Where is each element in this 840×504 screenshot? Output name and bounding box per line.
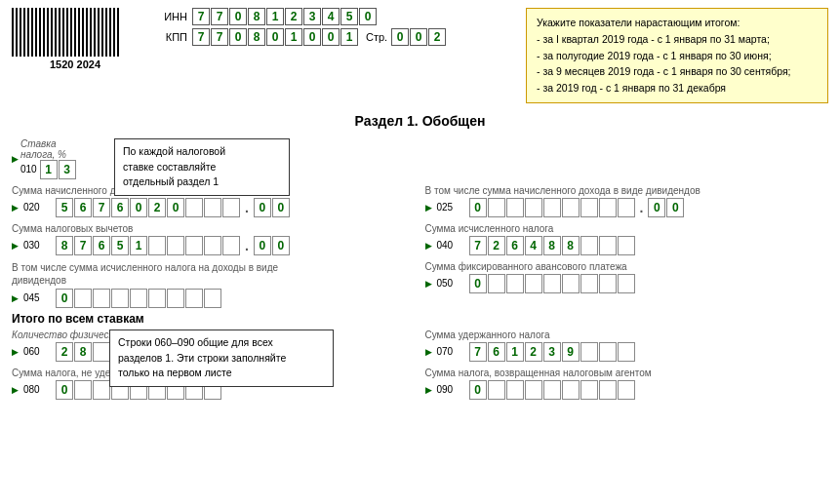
c020-6[interactable]: 2 — [148, 198, 166, 217]
c045-8[interactable] — [185, 289, 203, 308]
c090-9[interactable] — [618, 380, 635, 400]
c045-2[interactable] — [74, 289, 92, 308]
c030-3[interactable]: 6 — [93, 236, 110, 255]
c050-7[interactable] — [580, 274, 598, 293]
c020-2[interactable]: 6 — [74, 198, 92, 217]
inn-d7[interactable]: 3 — [303, 8, 321, 25]
str-d3[interactable]: 2 — [428, 28, 446, 46]
c030-2[interactable]: 7 — [74, 236, 92, 255]
c090-3[interactable] — [506, 380, 524, 400]
c050-4[interactable] — [525, 274, 542, 293]
c040-6[interactable]: 8 — [562, 236, 580, 255]
dc030-2[interactable]: 0 — [272, 236, 290, 255]
inn-d9[interactable]: 5 — [340, 8, 358, 25]
c050-9[interactable] — [618, 274, 635, 293]
c040-2[interactable]: 2 — [488, 236, 505, 255]
cell-010-1[interactable]: 1 — [40, 160, 58, 179]
c090-7[interactable] — [580, 380, 598, 400]
c080-3[interactable] — [93, 380, 110, 400]
c070-9[interactable] — [618, 342, 635, 362]
inn-d3[interactable]: 0 — [229, 8, 247, 25]
c060-3[interactable] — [93, 342, 110, 362]
str-d2[interactable]: 0 — [410, 28, 427, 46]
kpp-d4[interactable]: 8 — [248, 28, 265, 46]
inn-d1[interactable]: 7 — [192, 8, 210, 25]
c025-7[interactable] — [580, 198, 598, 217]
c025-8[interactable] — [599, 198, 617, 217]
c090-2[interactable] — [488, 380, 505, 400]
c030-10[interactable] — [222, 236, 240, 255]
c045-1[interactable]: 0 — [56, 289, 73, 308]
c040-5[interactable]: 8 — [543, 236, 561, 255]
c070-4[interactable]: 2 — [525, 342, 542, 362]
c050-1[interactable]: 0 — [469, 274, 487, 293]
kpp-d3[interactable]: 0 — [229, 28, 247, 46]
c040-8[interactable] — [599, 236, 617, 255]
dc025-2[interactable]: 0 — [666, 198, 684, 217]
kpp-d1[interactable]: 7 — [192, 28, 210, 46]
dc020-1[interactable]: 0 — [254, 198, 271, 217]
c030-6[interactable] — [148, 236, 166, 255]
c025-4[interactable] — [525, 198, 542, 217]
dc020-2[interactable]: 0 — [272, 198, 290, 217]
c020-4[interactable]: 6 — [111, 198, 129, 217]
c070-3[interactable]: 1 — [506, 342, 524, 362]
c090-4[interactable] — [525, 380, 542, 400]
inn-d10[interactable]: 0 — [359, 8, 377, 25]
c045-9[interactable] — [204, 289, 221, 308]
kpp-d2[interactable]: 7 — [211, 28, 228, 46]
inn-d8[interactable]: 4 — [322, 8, 340, 25]
c030-9[interactable] — [204, 236, 221, 255]
c070-5[interactable]: 3 — [543, 342, 561, 362]
c030-5[interactable]: 1 — [130, 236, 147, 255]
c020-10[interactable] — [222, 198, 240, 217]
dc025-1[interactable]: 0 — [648, 198, 665, 217]
c090-5[interactable] — [543, 380, 561, 400]
kpp-d5[interactable]: 0 — [266, 28, 284, 46]
inn-d4[interactable]: 8 — [248, 8, 265, 25]
c045-4[interactable] — [111, 289, 129, 308]
c070-8[interactable] — [599, 342, 617, 362]
c040-9[interactable] — [618, 236, 635, 255]
c020-3[interactable]: 7 — [93, 198, 110, 217]
c040-4[interactable]: 4 — [525, 236, 542, 255]
inn-d2[interactable]: 7 — [211, 8, 228, 25]
c045-3[interactable] — [93, 289, 110, 308]
c045-5[interactable] — [130, 289, 147, 308]
kpp-d9[interactable]: 1 — [340, 28, 358, 46]
c050-8[interactable] — [599, 274, 617, 293]
kpp-d8[interactable]: 0 — [322, 28, 340, 46]
c020-9[interactable] — [204, 198, 221, 217]
inn-d5[interactable]: 1 — [266, 8, 284, 25]
kpp-d7[interactable]: 0 — [303, 28, 321, 46]
c060-2[interactable]: 8 — [74, 342, 92, 362]
c030-8[interactable] — [185, 236, 203, 255]
c025-5[interactable] — [543, 198, 561, 217]
c050-6[interactable] — [562, 274, 580, 293]
c070-2[interactable]: 6 — [488, 342, 505, 362]
c030-1[interactable]: 8 — [56, 236, 73, 255]
c050-3[interactable] — [506, 274, 524, 293]
c025-2[interactable] — [488, 198, 505, 217]
c025-9[interactable] — [618, 198, 635, 217]
c050-5[interactable] — [543, 274, 561, 293]
kpp-d6[interactable]: 1 — [285, 28, 302, 46]
c090-8[interactable] — [599, 380, 617, 400]
c020-8[interactable] — [185, 198, 203, 217]
inn-d6[interactable]: 2 — [285, 8, 302, 25]
c025-6[interactable] — [562, 198, 580, 217]
c090-6[interactable] — [562, 380, 580, 400]
c040-7[interactable] — [580, 236, 598, 255]
c045-6[interactable] — [148, 289, 166, 308]
c070-1[interactable]: 7 — [469, 342, 487, 362]
c070-7[interactable] — [580, 342, 598, 362]
c060-1[interactable]: 2 — [56, 342, 73, 362]
c030-7[interactable] — [167, 236, 184, 255]
c025-1[interactable]: 0 — [469, 198, 487, 217]
c025-3[interactable] — [506, 198, 524, 217]
c080-1[interactable]: 0 — [56, 380, 73, 400]
str-d1[interactable]: 0 — [391, 28, 409, 46]
cell-010-2[interactable]: 3 — [59, 160, 76, 179]
c090-1[interactable]: 0 — [469, 380, 487, 400]
c030-4[interactable]: 5 — [111, 236, 129, 255]
